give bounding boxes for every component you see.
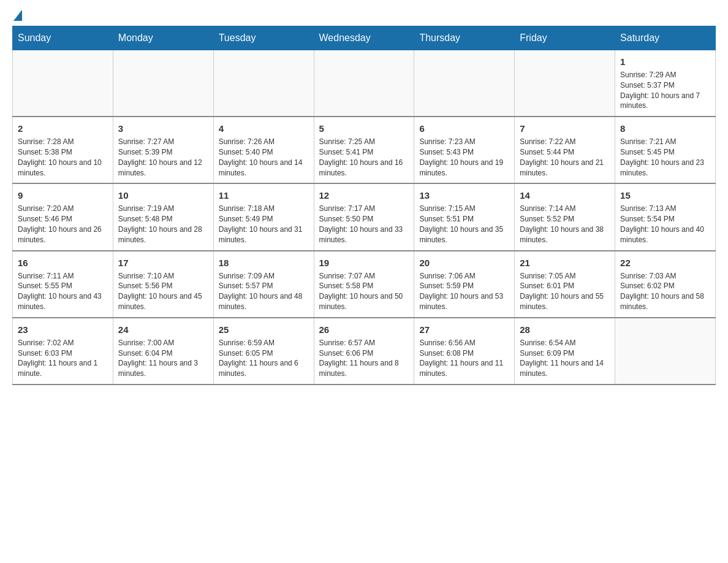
day-info: Sunrise: 7:09 AM Sunset: 5:57 PM Dayligh…: [219, 271, 309, 312]
calendar-cell: [213, 50, 314, 117]
calendar-cell: [13, 50, 113, 117]
day-header-thursday: Thursday: [414, 26, 515, 50]
day-info: Sunrise: 6:57 AM Sunset: 6:06 PM Dayligh…: [319, 338, 409, 379]
calendar-cell: [515, 50, 615, 117]
calendar-cell: 24Sunrise: 7:00 AM Sunset: 6:04 PM Dayli…: [113, 318, 213, 385]
logo: [12, 12, 22, 20]
calendar-cell: 26Sunrise: 6:57 AM Sunset: 6:06 PM Dayli…: [314, 318, 414, 385]
day-info: Sunrise: 7:02 AM Sunset: 6:03 PM Dayligh…: [18, 338, 108, 379]
calendar-cell: 28Sunrise: 6:54 AM Sunset: 6:09 PM Dayli…: [515, 318, 615, 385]
calendar-cell: 21Sunrise: 7:05 AM Sunset: 6:01 PM Dayli…: [515, 251, 615, 318]
day-info: Sunrise: 6:59 AM Sunset: 6:05 PM Dayligh…: [219, 338, 309, 379]
day-number: 3: [118, 122, 208, 135]
day-number: 16: [18, 256, 108, 269]
day-number: 17: [118, 256, 208, 269]
day-number: 23: [18, 323, 108, 336]
day-info: Sunrise: 6:54 AM Sunset: 6:09 PM Dayligh…: [520, 338, 610, 379]
day-header-friday: Friday: [515, 26, 615, 50]
day-number: 4: [219, 122, 309, 135]
calendar-week-4: 16Sunrise: 7:11 AM Sunset: 5:55 PM Dayli…: [13, 251, 716, 318]
day-info: Sunrise: 7:14 AM Sunset: 5:52 PM Dayligh…: [520, 204, 610, 245]
calendar-cell: 1Sunrise: 7:29 AM Sunset: 5:37 PM Daylig…: [615, 50, 716, 117]
calendar-body: 1Sunrise: 7:29 AM Sunset: 5:37 PM Daylig…: [13, 50, 716, 385]
calendar-week-1: 1Sunrise: 7:29 AM Sunset: 5:37 PM Daylig…: [13, 50, 716, 117]
day-info: Sunrise: 7:29 AM Sunset: 5:37 PM Dayligh…: [620, 70, 710, 111]
calendar-cell: 16Sunrise: 7:11 AM Sunset: 5:55 PM Dayli…: [13, 251, 113, 318]
calendar-header: SundayMondayTuesdayWednesdayThursdayFrid…: [13, 26, 716, 50]
day-number: 25: [219, 323, 309, 336]
day-header-monday: Monday: [113, 26, 213, 50]
calendar-week-2: 2Sunrise: 7:28 AM Sunset: 5:38 PM Daylig…: [13, 117, 716, 183]
day-info: Sunrise: 7:22 AM Sunset: 5:44 PM Dayligh…: [520, 137, 610, 178]
day-header-sunday: Sunday: [13, 26, 113, 50]
day-number: 21: [520, 256, 610, 269]
calendar-cell: 6Sunrise: 7:23 AM Sunset: 5:43 PM Daylig…: [414, 117, 515, 183]
calendar-cell: 17Sunrise: 7:10 AM Sunset: 5:56 PM Dayli…: [113, 251, 213, 318]
day-header-saturday: Saturday: [615, 26, 716, 50]
day-info: Sunrise: 7:15 AM Sunset: 5:51 PM Dayligh…: [419, 204, 509, 245]
calendar-cell: 13Sunrise: 7:15 AM Sunset: 5:51 PM Dayli…: [414, 183, 515, 250]
calendar-cell: 14Sunrise: 7:14 AM Sunset: 5:52 PM Dayli…: [515, 183, 615, 250]
calendar-cell: 8Sunrise: 7:21 AM Sunset: 5:45 PM Daylig…: [615, 117, 716, 183]
day-header-tuesday: Tuesday: [213, 26, 314, 50]
day-info: Sunrise: 7:19 AM Sunset: 5:48 PM Dayligh…: [118, 204, 208, 245]
page-header: [12, 12, 716, 20]
day-number: 13: [419, 189, 509, 202]
calendar-table: SundayMondayTuesdayWednesdayThursdayFrid…: [12, 26, 716, 385]
calendar-cell: 5Sunrise: 7:25 AM Sunset: 5:41 PM Daylig…: [314, 117, 414, 183]
calendar-cell: [615, 318, 716, 385]
day-info: Sunrise: 7:27 AM Sunset: 5:39 PM Dayligh…: [118, 137, 208, 178]
day-info: Sunrise: 7:18 AM Sunset: 5:49 PM Dayligh…: [219, 204, 309, 245]
calendar-cell: 2Sunrise: 7:28 AM Sunset: 5:38 PM Daylig…: [13, 117, 113, 183]
day-of-week-row: SundayMondayTuesdayWednesdayThursdayFrid…: [13, 26, 716, 50]
day-number: 5: [319, 122, 409, 135]
day-info: Sunrise: 7:17 AM Sunset: 5:50 PM Dayligh…: [319, 204, 409, 245]
day-number: 14: [520, 189, 610, 202]
calendar-cell: 15Sunrise: 7:13 AM Sunset: 5:54 PM Dayli…: [615, 183, 716, 250]
calendar-cell: 4Sunrise: 7:26 AM Sunset: 5:40 PM Daylig…: [213, 117, 314, 183]
logo-arrow-icon: [13, 10, 22, 21]
day-info: Sunrise: 7:23 AM Sunset: 5:43 PM Dayligh…: [419, 137, 509, 178]
day-number: 15: [620, 189, 710, 202]
day-info: Sunrise: 7:11 AM Sunset: 5:55 PM Dayligh…: [18, 271, 108, 312]
day-number: 27: [419, 323, 509, 336]
calendar-week-3: 9Sunrise: 7:20 AM Sunset: 5:46 PM Daylig…: [13, 183, 716, 250]
day-number: 11: [219, 189, 309, 202]
calendar-cell: 20Sunrise: 7:06 AM Sunset: 5:59 PM Dayli…: [414, 251, 515, 318]
day-info: Sunrise: 7:26 AM Sunset: 5:40 PM Dayligh…: [219, 137, 309, 178]
day-info: Sunrise: 7:06 AM Sunset: 5:59 PM Dayligh…: [419, 271, 509, 312]
day-number: 22: [620, 256, 710, 269]
calendar-cell: 11Sunrise: 7:18 AM Sunset: 5:49 PM Dayli…: [213, 183, 314, 250]
day-number: 18: [219, 256, 309, 269]
day-info: Sunrise: 7:13 AM Sunset: 5:54 PM Dayligh…: [620, 204, 710, 245]
calendar-cell: 23Sunrise: 7:02 AM Sunset: 6:03 PM Dayli…: [13, 318, 113, 385]
calendar-cell: [414, 50, 515, 117]
day-info: Sunrise: 7:25 AM Sunset: 5:41 PM Dayligh…: [319, 137, 409, 178]
calendar-cell: [314, 50, 414, 117]
day-number: 1: [620, 55, 710, 68]
day-number: 28: [520, 323, 610, 336]
calendar-week-5: 23Sunrise: 7:02 AM Sunset: 6:03 PM Dayli…: [13, 318, 716, 385]
day-number: 26: [319, 323, 409, 336]
day-number: 12: [319, 189, 409, 202]
day-info: Sunrise: 7:00 AM Sunset: 6:04 PM Dayligh…: [118, 338, 208, 379]
calendar-cell: 22Sunrise: 7:03 AM Sunset: 6:02 PM Dayli…: [615, 251, 716, 318]
calendar-cell: 10Sunrise: 7:19 AM Sunset: 5:48 PM Dayli…: [113, 183, 213, 250]
day-number: 2: [18, 122, 108, 135]
day-info: Sunrise: 7:03 AM Sunset: 6:02 PM Dayligh…: [620, 271, 710, 312]
day-number: 6: [419, 122, 509, 135]
day-info: Sunrise: 7:07 AM Sunset: 5:58 PM Dayligh…: [319, 271, 409, 312]
day-number: 24: [118, 323, 208, 336]
calendar-cell: 25Sunrise: 6:59 AM Sunset: 6:05 PM Dayli…: [213, 318, 314, 385]
day-number: 10: [118, 189, 208, 202]
day-number: 20: [419, 256, 509, 269]
day-header-wednesday: Wednesday: [314, 26, 414, 50]
calendar-cell: 9Sunrise: 7:20 AM Sunset: 5:46 PM Daylig…: [13, 183, 113, 250]
day-number: 19: [319, 256, 409, 269]
day-number: 9: [18, 189, 108, 202]
day-number: 8: [620, 122, 710, 135]
calendar-cell: [113, 50, 213, 117]
calendar-cell: 18Sunrise: 7:09 AM Sunset: 5:57 PM Dayli…: [213, 251, 314, 318]
day-info: Sunrise: 6:56 AM Sunset: 6:08 PM Dayligh…: [419, 338, 509, 379]
day-number: 7: [520, 122, 610, 135]
